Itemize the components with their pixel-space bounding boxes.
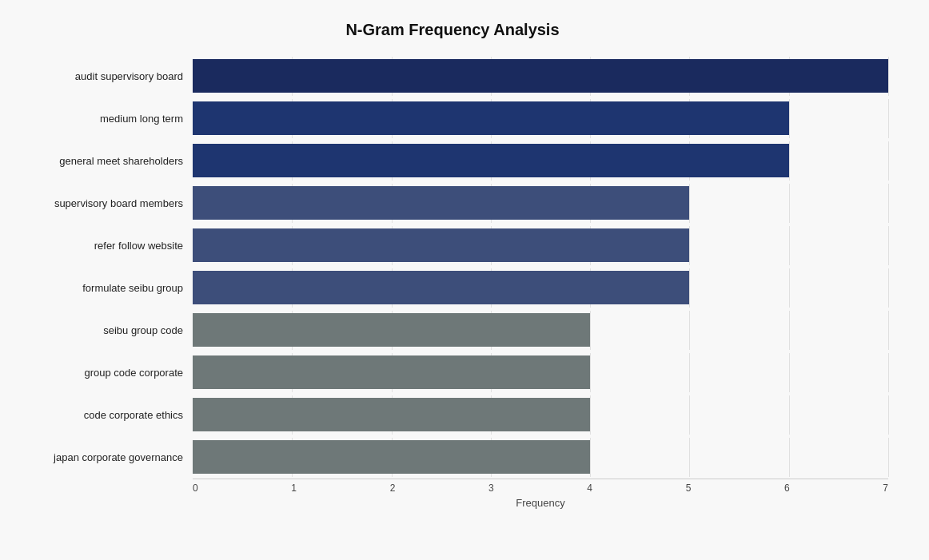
x-axis-label: Frequency <box>193 497 888 509</box>
grid-line <box>689 438 690 477</box>
chart-area: audit supervisory boardmedium long termg… <box>17 55 888 479</box>
bar-row: formulate seibu group <box>17 267 888 309</box>
bar-label: medium long term <box>17 113 193 125</box>
grid-line <box>789 226 790 265</box>
bar-row: general meet shareholders <box>17 140 888 182</box>
grid-line <box>689 395 690 435</box>
grid-line <box>789 438 790 477</box>
bar-track <box>193 143 888 179</box>
bar <box>193 59 888 93</box>
bar-track <box>193 101 888 137</box>
bar <box>193 398 590 431</box>
grid-line <box>888 141 889 181</box>
grid-line <box>888 268 889 308</box>
x-tick: 1 <box>291 483 297 494</box>
bar-row: code corporate ethics <box>17 394 888 436</box>
chart-container: N-Gram Frequency Analysis audit supervis… <box>9 5 920 556</box>
grid-line <box>789 184 790 223</box>
chart-title: N-Gram Frequency Analysis <box>17 21 888 39</box>
grid-line <box>789 311 790 350</box>
bar <box>193 186 689 220</box>
bar-row: group code corporate <box>17 351 888 394</box>
grid-line <box>888 99 889 138</box>
bar-track <box>193 355 888 391</box>
bar-track <box>193 228 888 264</box>
grid-line <box>590 438 591 477</box>
grid-line <box>789 268 790 308</box>
grid-line <box>888 226 889 265</box>
bar-row: supervisory board members <box>17 182 888 224</box>
bar <box>193 271 689 304</box>
grid-line <box>789 141 790 181</box>
grid-line <box>888 184 889 223</box>
bar-track <box>193 439 888 475</box>
bar-track <box>193 312 888 348</box>
bar-row: medium long term <box>17 97 888 140</box>
bar-track <box>193 397 888 433</box>
x-tick: 4 <box>587 483 592 494</box>
bar-row: seibu group code <box>17 309 888 351</box>
bar-label: code corporate ethics <box>17 409 193 421</box>
bar-label: general meet shareholders <box>17 155 193 167</box>
bar <box>193 355 590 389</box>
grid-line <box>689 353 690 392</box>
bar <box>193 228 689 262</box>
bar-track <box>193 58 888 94</box>
bar-label: supervisory board members <box>17 197 193 209</box>
bar-label: seibu group code <box>17 324 193 336</box>
grid-line <box>888 57 889 96</box>
grid-line <box>789 99 790 138</box>
grid-line <box>590 395 591 435</box>
grid-line <box>689 268 690 308</box>
x-tick: 2 <box>390 483 396 494</box>
grid-line <box>789 395 790 435</box>
x-tick: 5 <box>686 483 692 494</box>
bar <box>193 144 789 177</box>
x-tick: 7 <box>883 483 888 494</box>
grid-line <box>689 226 690 265</box>
bar-label: formulate seibu group <box>17 282 193 294</box>
grid-line <box>888 438 889 477</box>
bar-row: japan corporate governance <box>17 436 888 479</box>
x-ticks: 01234567 <box>193 483 888 494</box>
grid-line <box>689 184 690 223</box>
grid-line <box>888 311 889 350</box>
x-tick: 6 <box>784 483 790 494</box>
grid-line <box>888 353 889 392</box>
bar-row: audit supervisory board <box>17 55 888 97</box>
grid-line <box>888 395 889 435</box>
bar <box>193 440 590 474</box>
grid-line <box>590 353 591 392</box>
grid-line <box>789 353 790 392</box>
bar <box>193 313 590 347</box>
x-axis: 01234567 Frequency <box>193 479 888 510</box>
grid-line <box>689 311 690 350</box>
bar-label: group code corporate <box>17 367 193 379</box>
grid-line <box>590 311 591 350</box>
bar-track <box>193 270 888 306</box>
bar-label: audit supervisory board <box>17 70 193 82</box>
bar <box>193 101 789 135</box>
bar-track <box>193 185 888 221</box>
x-axis-line <box>193 479 888 479</box>
bar-label: refer follow website <box>17 240 193 252</box>
x-tick: 0 <box>193 483 198 494</box>
bar-row: refer follow website <box>17 224 888 267</box>
x-tick: 3 <box>488 483 494 494</box>
bar-label: japan corporate governance <box>17 451 193 463</box>
